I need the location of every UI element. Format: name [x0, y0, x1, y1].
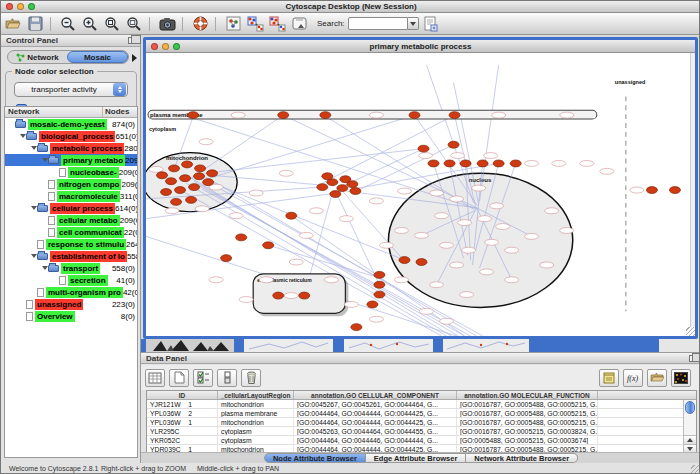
- gene-node[interactable]: [182, 161, 193, 168]
- gene-node-unselected[interactable]: [309, 208, 323, 214]
- scrollbar-thumb[interactable]: [685, 401, 695, 414]
- tree-item-mosaic-demo-yeast[interactable]: mosaic-demo-yeast874(0): [5, 118, 137, 130]
- table-row[interactable]: YJR121W__1mitochondrion[GO:0045267, GO:0…: [147, 400, 696, 409]
- gene-node[interactable]: [171, 198, 182, 205]
- help-button[interactable]: [190, 15, 210, 33]
- gene-node-unselected[interactable]: [440, 318, 454, 324]
- table-row[interactable]: YPL036W__2plasma membrane[GO:0044464, GO…: [147, 409, 696, 418]
- network-edge[interactable]: [336, 193, 379, 285]
- gene-node[interactable]: [351, 324, 362, 331]
- disclosure-triangle-icon[interactable]: [30, 253, 37, 260]
- network-canvas[interactable]: unassignednucleusmitochondrionplasma mem…: [146, 53, 695, 336]
- gene-node[interactable]: [646, 187, 657, 194]
- gene-node[interactable]: [221, 255, 232, 262]
- tree-item-biological-process[interactable]: biological_process651(0): [5, 130, 137, 142]
- disclosure-triangle-icon[interactable]: [30, 145, 37, 152]
- tree-item-primary-metabo[interactable]: primary metabo209(...: [5, 154, 137, 166]
- gene-node[interactable]: [428, 160, 439, 167]
- gene-node-unselected[interactable]: [462, 247, 476, 253]
- gene-node-unselected[interactable]: [440, 242, 454, 248]
- gene-node[interactable]: [157, 172, 168, 179]
- scroll-up-arrow[interactable]: [684, 435, 696, 444]
- table-row[interactable]: YLR295Ccytoplasm[GO:0045263, GO:0044464,…: [147, 427, 696, 436]
- gene-node[interactable]: [399, 257, 410, 264]
- gene-node[interactable]: [317, 184, 328, 191]
- gene-node[interactable]: [444, 160, 455, 167]
- gene-node-unselected[interactable]: [480, 269, 494, 275]
- gene-node-unselected[interactable]: [450, 196, 464, 202]
- gene-node[interactable]: [273, 292, 284, 299]
- gene-node-unselected[interactable]: [485, 239, 499, 245]
- gene-node[interactable]: [374, 291, 385, 298]
- col-go-molecular-function[interactable]: annotation.GO MOLECULAR_FUNCTION: [457, 391, 598, 399]
- gene-node-unselected[interactable]: [397, 188, 411, 194]
- color-attribute-dropdown[interactable]: transporter activity: [14, 82, 128, 97]
- gene-node-unselected[interactable]: [600, 168, 614, 174]
- gene-node[interactable]: [203, 179, 214, 186]
- gene-node[interactable]: [460, 160, 471, 167]
- gene-node-unselected[interactable]: [299, 232, 313, 238]
- gene-node[interactable]: [330, 191, 341, 198]
- tree-item-nitrogen-compo[interactable]: nitrogen compo209(0): [5, 178, 137, 190]
- disclosure-triangle-icon[interactable]: [41, 157, 48, 164]
- gene-node-unselected[interactable]: [545, 208, 559, 214]
- gene-node[interactable]: [161, 189, 172, 196]
- tree-item-response-to-stimulu[interactable]: response to stimulu264(0): [5, 238, 137, 250]
- gene-node-unselected[interactable]: [540, 262, 554, 268]
- gene-node-unselected[interactable]: [284, 293, 298, 299]
- gene-node-unselected[interactable]: [450, 262, 464, 268]
- gene-node[interactable]: [320, 112, 331, 119]
- gene-node-unselected[interactable]: [484, 153, 498, 159]
- gene-node[interactable]: [166, 178, 177, 185]
- gene-node-unselected[interactable]: [435, 213, 449, 219]
- delete-attribute-button[interactable]: [241, 369, 261, 387]
- col-id[interactable]: ID: [147, 391, 218, 399]
- gene-node[interactable]: [278, 112, 289, 119]
- create-attribute-button[interactable]: [169, 369, 189, 387]
- gene-node-unselected[interactable]: [525, 233, 539, 239]
- gene-node-unselected[interactable]: [209, 277, 223, 283]
- gene-node[interactable]: [448, 141, 459, 148]
- gene-node[interactable]: [418, 145, 429, 152]
- hide-selected-button[interactable]: [245, 15, 265, 33]
- show-all-button[interactable]: [267, 15, 287, 33]
- gene-node[interactable]: [195, 165, 206, 172]
- tree-item-cellular-process[interactable]: cellular process614(0): [5, 202, 137, 214]
- gene-node-unselected[interactable]: [419, 308, 433, 314]
- gene-node-unselected[interactable]: [460, 292, 474, 298]
- gene-node[interactable]: [374, 271, 385, 278]
- tree-item-overview[interactable]: Overview8(0): [5, 310, 137, 322]
- gene-node-unselected[interactable]: [195, 206, 209, 212]
- open-session-button[interactable]: [3, 15, 23, 33]
- gene-node[interactable]: [186, 196, 197, 203]
- save-session-button[interactable]: [25, 15, 45, 33]
- table-row[interactable]: YKR052Ccytoplasm[GO:0044464, GO:0044446,…: [147, 436, 696, 445]
- gene-node-unselected[interactable]: [165, 208, 179, 214]
- gene-node[interactable]: [510, 160, 521, 167]
- tab-network[interactable]: Network: [8, 51, 67, 63]
- vizmapper-button[interactable]: [289, 15, 309, 33]
- tab-network-attribute-browser[interactable]: Network Attribute Browser: [466, 453, 578, 463]
- tree-item-cell-communicat[interactable]: cell communicat22(0): [5, 226, 137, 238]
- gene-node-unselected[interactable]: [369, 316, 383, 322]
- annotation-button[interactable]: [223, 15, 243, 33]
- tree-item-macromolecule[interactable]: macromolecule311(0): [5, 190, 137, 202]
- table-row[interactable]: YPL036W__1mitochondrion[GO:0044464, GO:0…: [147, 418, 696, 427]
- gene-node[interactable]: [409, 112, 420, 119]
- gene-node[interactable]: [169, 165, 180, 172]
- gene-node[interactable]: [367, 301, 378, 308]
- col-cellular-layout-region[interactable]: _cellularLayoutRegion: [218, 391, 294, 399]
- gene-node[interactable]: [189, 184, 200, 191]
- gene-node[interactable]: [350, 188, 361, 195]
- gene-node-unselected[interactable]: [496, 224, 510, 230]
- network-edge[interactable]: [322, 115, 454, 183]
- gene-node-unselected[interactable]: [289, 259, 303, 265]
- canvas-vertical-scrollbar[interactable]: [690, 53, 695, 336]
- gene-node-unselected[interactable]: [229, 213, 243, 219]
- gene-node-unselected[interactable]: [199, 139, 213, 145]
- table-vertical-scrollbar[interactable]: [683, 400, 696, 453]
- gene-node-unselected[interactable]: [324, 277, 338, 283]
- zoom-fit-button[interactable]: [124, 15, 144, 33]
- gene-node[interactable]: [374, 281, 385, 288]
- gene-node-unselected[interactable]: [560, 228, 574, 234]
